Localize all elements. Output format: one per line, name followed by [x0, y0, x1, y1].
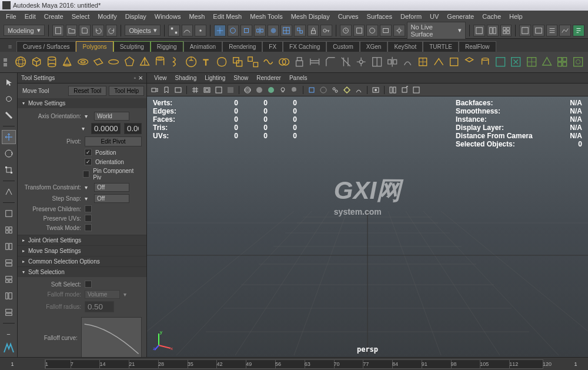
poly-platonic-icon[interactable] [123, 54, 136, 71]
poly-cylinder-icon[interactable] [45, 54, 58, 71]
poly-disc-icon[interactable] [107, 54, 120, 71]
tool-help-button[interactable]: Tool Help [109, 86, 144, 96]
vp-isolate-icon[interactable] [306, 85, 317, 95]
two-pane-stack-icon[interactable] [2, 256, 16, 270]
menu-file[interactable]: File [2, 12, 20, 21]
soft-select-icon[interactable] [268, 25, 279, 36]
vp-wireframe-icon[interactable] [242, 85, 253, 95]
vp-textured-icon[interactable] [266, 85, 276, 95]
menu-deform[interactable]: Deform [397, 12, 425, 21]
redo-icon[interactable] [106, 25, 118, 36]
vp-gamma-icon[interactable] [353, 85, 364, 95]
poly-remesh-icon[interactable] [556, 54, 569, 71]
vp-renderer-icon[interactable] [370, 85, 381, 95]
menu-generate[interactable]: Generate [443, 12, 477, 21]
vp-exposure-icon[interactable] [342, 85, 352, 95]
transform-constraint-dropdown[interactable]: Off [94, 183, 129, 192]
shelf-menu-icon[interactable]: ≡ [4, 41, 16, 52]
smooth-icon[interactable] [262, 54, 275, 71]
poly-cube-icon[interactable] [30, 54, 43, 71]
sculpt-icon[interactable] [401, 54, 414, 71]
vp-image-plane-icon[interactable] [173, 85, 183, 95]
axis-value2-input[interactable] [124, 123, 142, 134]
menu-help[interactable]: Help [506, 12, 526, 21]
shelf-tab-curves[interactable]: Curves / Surfaces [16, 41, 76, 52]
shelf-tab-sculpting[interactable]: Sculpting [113, 41, 151, 52]
bevel-icon[interactable] [324, 54, 337, 71]
shelf-tab-rigging[interactable]: Rigging [151, 41, 183, 52]
menu-edit[interactable]: Edit [21, 12, 39, 21]
layout-1-icon[interactable] [473, 25, 485, 36]
insert-edge-icon[interactable] [370, 54, 383, 71]
extrude-icon[interactable] [293, 54, 306, 71]
object-mode-dropdown[interactable]: Objects▾ [125, 25, 161, 36]
menu-surfaces[interactable]: Surfaces [363, 12, 396, 21]
vp-shadows-icon[interactable] [289, 85, 300, 95]
poly-cone-icon[interactable] [61, 54, 74, 71]
panel-close-icon[interactable]: ✕ [138, 75, 143, 81]
pin-checkbox[interactable] [83, 171, 90, 178]
vp-maximize-icon[interactable] [411, 85, 422, 95]
shelf-tab-polygons[interactable]: Polygons [76, 41, 113, 52]
vp-use-lights-icon[interactable] [278, 85, 288, 95]
snap-together-icon[interactable] [294, 25, 306, 36]
boolean-icon[interactable] [278, 54, 290, 71]
vp-xray-icon[interactable] [318, 85, 329, 95]
vp-panel-layout-icon[interactable] [387, 85, 398, 95]
four-pane-icon[interactable] [2, 223, 16, 237]
last-tool-icon[interactable] [2, 185, 16, 199]
vp-menu-lighting[interactable]: Lighting [201, 74, 229, 82]
shelf-tab-fx[interactable]: FX [262, 41, 283, 52]
snap-grid-icon[interactable] [168, 25, 180, 36]
viewport-3d[interactable]: Verts:000 Edges:000 Faces:000 Tris:000 U… [147, 96, 588, 357]
move-settings-head[interactable]: Move Settings [18, 98, 146, 108]
quad-draw-icon[interactable] [416, 54, 429, 71]
layout-2-icon[interactable] [487, 25, 499, 36]
timeline-track[interactable]: 1714212835424956637077849198105112120 [45, 359, 543, 369]
bridge-icon[interactable] [308, 54, 321, 71]
menu-select[interactable]: Select [68, 12, 93, 21]
scale-tool-box-icon[interactable] [2, 163, 16, 177]
uv-planar-icon[interactable] [447, 54, 460, 71]
move-tool-icon[interactable] [214, 25, 226, 36]
script-editor-icon[interactable] [573, 25, 584, 36]
step-snap-dropdown[interactable]: Off [94, 194, 129, 203]
workspace-dropdown[interactable]: Modeling▾ [4, 25, 45, 36]
common-selection-head[interactable]: Common Selection Options [18, 256, 146, 266]
shelf-tab-rendering[interactable]: Rendering [222, 41, 262, 52]
joint-orient-head[interactable]: Joint Orient Settings [18, 235, 146, 245]
poly-subd-icon[interactable] [525, 54, 538, 71]
render-view-icon[interactable] [533, 25, 544, 36]
move-snap-head[interactable]: Move Snap Settings [18, 246, 146, 256]
menu-uv[interactable]: UV [426, 12, 442, 21]
vp-menu-shading[interactable]: Shading [172, 74, 201, 82]
shelf-tab-animation[interactable]: Animation [183, 41, 222, 52]
save-scene-icon[interactable] [79, 25, 91, 36]
vp-resolution-gate-icon[interactable] [213, 85, 224, 95]
tweak-mode-checkbox[interactable] [85, 224, 92, 231]
vp-tear-off-icon[interactable] [399, 85, 410, 95]
poly-svg-icon[interactable] [215, 54, 228, 71]
vp-grid-icon[interactable] [190, 85, 201, 95]
scale-tool-icon[interactable] [240, 25, 252, 36]
symmetry-icon[interactable] [254, 25, 266, 36]
vp-smooth-shade-icon[interactable] [254, 85, 265, 95]
paint-select-icon[interactable] [2, 108, 16, 122]
vp-menu-view[interactable]: View [151, 74, 171, 82]
menu-mesh-tools[interactable]: Mesh Tools [246, 12, 286, 21]
preserve-children-checkbox[interactable] [85, 205, 92, 212]
poly-pyramid-icon[interactable] [138, 54, 151, 71]
lasso-tool-icon[interactable] [2, 92, 16, 106]
new-scene-icon[interactable] [52, 25, 64, 36]
outliner-icon[interactable] [546, 25, 558, 36]
shelf-tab-xgen[interactable]: XGen [360, 41, 388, 52]
construction-history-icon[interactable] [353, 25, 365, 36]
render-settings-icon[interactable] [393, 25, 405, 36]
key-icon[interactable] [320, 25, 332, 36]
menu-curves[interactable]: Curves [335, 12, 362, 21]
layout-4-icon[interactable] [500, 25, 512, 36]
vp-menu-show[interactable]: Show [230, 74, 252, 82]
axis-orient-dropdown[interactable]: World [94, 112, 129, 121]
vp-select-camera-icon[interactable] [149, 85, 160, 95]
rotate-tool-box-icon[interactable] [2, 146, 16, 161]
